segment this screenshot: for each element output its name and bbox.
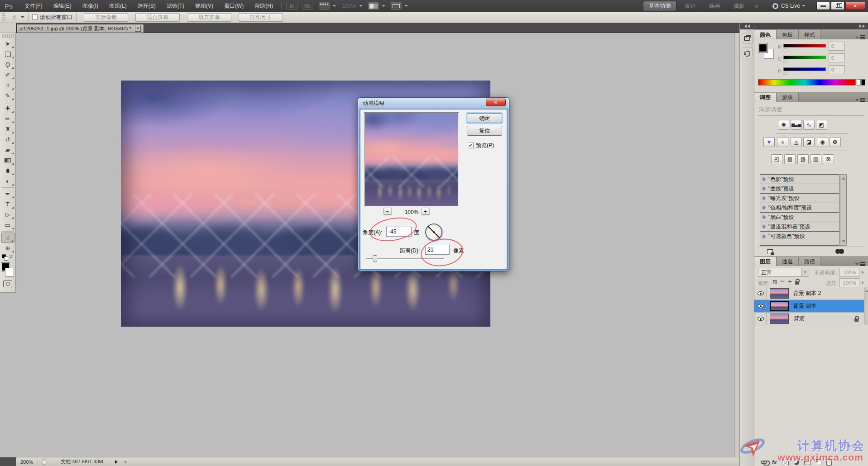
zoom-level-dropdown[interactable]: 100% [342,3,356,9]
actual-pixels-button[interactable]: 实际像素 [84,13,128,22]
workspace-photography[interactable]: 摄影 [728,1,750,11]
healing-brush-tool[interactable]: ✚ [1,103,14,114]
crop-tool[interactable]: ⌗ [1,80,14,90]
delete-layer-button[interactable] [826,459,832,466]
black-white-button[interactable]: ◪ [803,137,815,147]
pen-tool[interactable]: ✒ [1,189,14,199]
hand-tool-preset-icon[interactable]: ☝ [7,13,21,22]
channel-r-slider[interactable] [783,44,826,48]
expand-arrow-icon[interactable] [763,187,766,190]
tab-styles[interactable]: 样式 [799,30,821,39]
tab-layers[interactable]: 图层 [754,257,777,266]
preview-checkbox-row[interactable]: ✔ 预览(P) [468,142,494,149]
layer-thumbnail[interactable] [770,314,789,324]
channel-g-slider[interactable] [783,56,826,59]
channel-mixer-button[interactable]: ❂ [830,137,841,147]
visibility-toggle[interactable] [754,313,767,325]
preset-black-white[interactable]: "黑白"预设 [760,213,839,222]
fill-popup-button[interactable] [860,278,865,287]
posterize-button[interactable]: ▨ [784,154,796,164]
marquee-tool[interactable] [1,49,14,59]
menu-view[interactable]: 视图(V) [190,0,219,12]
clone-stamp-tool[interactable]: ♜ [1,124,14,134]
dialog-preview-thumbnail[interactable] [364,112,459,207]
layer-thumbnail[interactable] [770,301,789,311]
launch-mini-bridge-button[interactable]: Mb [302,2,313,10]
fit-screen-button[interactable]: 适合屏幕 [135,13,180,22]
scroll-up-icon[interactable] [842,177,845,180]
workspace-painting[interactable]: 绘画 [704,1,725,11]
preview-checkbox[interactable]: ✔ [468,143,474,148]
expand-arrow-icon[interactable] [763,235,766,238]
spectrum-white-swatch[interactable] [857,79,861,86]
canvas-vertical-scrollbar[interactable] [734,33,739,457]
new-adjustment-layer-button[interactable] [794,460,799,465]
lock-paint-button[interactable]: ✏ [780,279,784,285]
default-colors-control[interactable]: ⇄ [2,254,11,262]
clip-to-layer-button[interactable] [837,249,844,254]
photo-filter-button[interactable]: ◉ [817,137,828,147]
ok-button[interactable]: 确定 [467,113,502,123]
type-tool[interactable]: T [1,199,14,209]
fill-screen-button[interactable]: 填充屏幕 [187,13,231,22]
preset-exposure[interactable]: "曝光度"预设 [760,194,839,203]
tab-adjustments[interactable]: 调整 [754,93,777,102]
lock-transparent-button[interactable]: ▨ [772,279,777,285]
zoom-tool[interactable]: ⊕ [1,243,14,253]
channel-r-slider-handle[interactable] [783,48,787,51]
expand-arrow-icon[interactable] [763,196,766,200]
presets-scrollbar[interactable] [840,174,847,246]
opacity-popup-button[interactable] [860,268,865,277]
layers-scrollbar[interactable] [864,287,868,325]
add-mask-button[interactable] [782,460,789,465]
tab-swatches[interactable]: 色板 [777,30,799,39]
layer-thumbnail[interactable] [770,288,789,299]
menu-filter[interactable]: 滤镜(T) [161,0,190,12]
distance-slider-thumb[interactable] [373,255,377,262]
color-swatches[interactable] [1,262,14,278]
screen-mode-icon[interactable] [391,2,402,10]
preview-zoom-in-button[interactable]: + [422,208,429,215]
threshold-button[interactable]: ▧ [797,154,809,164]
menu-help[interactable]: 帮助(H) [249,0,278,12]
document-tab[interactable]: jc1205251_1.jpg @ 200% (背景 副本, RGB/8#) *… [16,24,144,33]
toolbox-grip[interactable] [2,34,14,38]
lasso-tool[interactable]: Ϙ [1,59,14,70]
gradient-tool[interactable] [1,155,14,166]
layer-row-bg-copy[interactable]: 背景 副本 [754,300,864,313]
blur-tool[interactable]: ⬮ [1,166,14,176]
menu-edit[interactable]: 编辑(E) [48,0,77,12]
layers-panel-menu-button[interactable] [855,262,865,266]
view-extras-icon[interactable] [319,2,330,10]
menu-window[interactable]: 窗口(W) [219,0,249,12]
menu-file[interactable]: 文件(F) [19,0,48,12]
new-group-button[interactable] [804,459,811,465]
expand-arrow-icon[interactable] [763,225,766,228]
preset-channel-mixer[interactable]: "通道混和器"预设 [760,222,839,232]
expand-arrow-icon[interactable] [763,177,766,181]
blend-mode-arrow[interactable] [801,268,809,276]
tab-masks[interactable]: 蒙版 [777,93,799,102]
scroll-down-icon[interactable] [842,240,845,243]
channel-b-slider[interactable] [783,67,826,71]
exposure-button[interactable]: ◩ [816,120,827,130]
channel-b-slider-handle[interactable] [783,71,787,74]
color-spectrum-ramp[interactable] [758,79,856,86]
opacity-value[interactable]: 100% [839,268,859,277]
history-brush-tool[interactable]: ↺ [1,134,14,145]
panel-foreground-swatch[interactable] [758,43,768,53]
adjustments-panel-menu-button[interactable] [855,98,865,102]
reset-button[interactable]: 复位 [467,126,502,136]
fill-value[interactable]: 100% [839,278,859,287]
workspace-design[interactable]: 设计 [679,1,701,11]
visibility-toggle[interactable] [754,300,767,313]
visibility-toggle[interactable] [754,287,767,300]
angle-dial[interactable] [425,223,442,241]
preview-zoom-out-button[interactable]: − [384,208,391,215]
invert-button[interactable]: ◰ [771,154,782,164]
channel-b-value[interactable]: 0 [829,65,845,74]
dodge-tool[interactable]: ◐ [1,176,14,186]
tab-close-icon[interactable]: ✕ [135,26,141,32]
channel-g-value[interactable]: 0 [829,53,845,62]
spectrum-black-swatch[interactable] [861,79,865,86]
